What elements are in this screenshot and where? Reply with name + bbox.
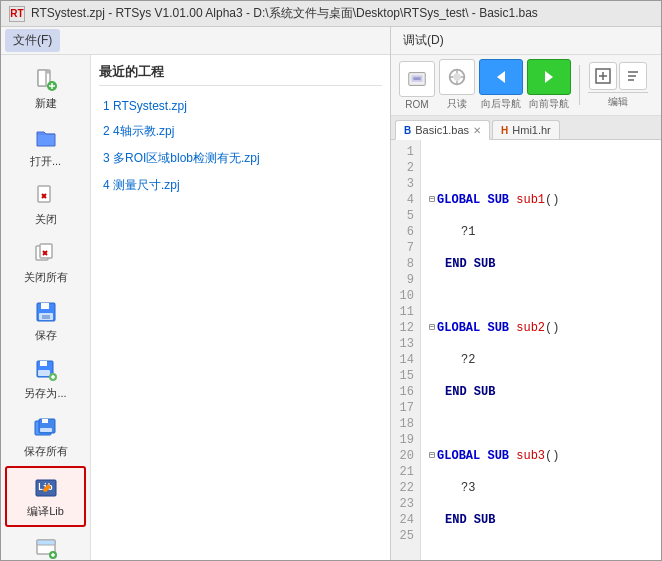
close-all-icon [32,240,60,268]
sidebar-closeall-label: 关闭所有 [24,270,68,285]
tab-basic1[interactable]: B Basic1.bas ✕ [395,120,490,140]
tab-hmi1[interactable]: H Hmi1.hr [492,120,560,139]
left-menu-bar: 文件(F) [1,27,390,55]
sidebar-saveas-label: 另存为... [24,386,66,401]
sidebar-save-label: 保存 [35,328,57,343]
sidebar-editlib-label: 编译Lib [27,504,64,519]
svg-rect-12 [38,370,50,376]
code-line-3: ?1 [429,224,653,240]
recent-panel: 最近的工程 1 RTSystest.zpj 2 4轴示教.zpj 3 多ROI区… [91,55,390,560]
tab-hmi1-icon: H [501,125,508,136]
toolbar-separator [579,65,580,105]
new-file-icon [32,66,60,94]
sidebar-new-label: 新建 [35,96,57,111]
edit-group-label: 编辑 [588,92,648,109]
sidebar-open-label: 打开... [30,154,61,169]
code-line-9 [429,416,653,432]
save-as-icon [32,356,60,384]
sidebar-saveall-label: 保存所有 [24,444,68,459]
debug-menu[interactable]: 调试(D) [395,29,452,52]
recent-item-3[interactable]: 3 多ROI区域blob检测有无.zpj [99,145,382,172]
rom-label: ROM [405,99,428,110]
line-numbers: 1 2 3 4 5 6 7 8 9 10 11 12 13 14 15 16 1 [391,140,421,560]
tab-basic1-close[interactable]: ✕ [473,125,481,136]
dropdown-overlay: 新建 打开... [1,55,390,560]
code-line-6: ⊟GLOBAL SUB sub2() [429,320,653,336]
recent-item-1[interactable]: 1 RTSystest.zpj [99,94,382,118]
svg-rect-1 [38,70,46,86]
sidebar-close-label: 关闭 [35,212,57,227]
svg-marker-32 [497,71,505,83]
main-area: 文件(F) [1,27,661,560]
tab-basic1-icon: B [404,125,411,136]
code-line-7: ?2 [429,352,653,368]
recent-item-4[interactable]: 4 测量尺寸.zpj [99,172,382,199]
svg-rect-9 [42,315,50,319]
code-editor[interactable]: 1 2 3 4 5 6 7 8 9 10 11 12 13 14 15 16 1 [391,140,661,560]
save-all-icon [32,414,60,442]
svg-rect-7 [41,303,49,309]
svg-marker-33 [545,71,553,83]
svg-rect-21 [37,540,55,545]
code-line-11: ?3 [429,480,653,496]
tab-hmi1-label: Hmi1.hr [512,124,551,136]
code-line-13 [429,544,653,560]
sidebar-item-closeall[interactable]: 关闭所有 [5,234,86,291]
tab-basic1-label: Basic1.bas [415,124,469,136]
svg-point-31 [453,73,460,80]
code-line-12: END SUB [429,512,653,528]
right-panel: 调试(D) ROM [391,27,661,560]
sidebar-item-new[interactable]: 新建 [5,60,86,117]
left-panel: 文件(F) [1,27,391,560]
window-title: RTSystest.zpj - RTSys V1.01.00 Alpha3 - … [31,5,538,22]
code-line-5 [429,288,653,304]
sidebar-item-close[interactable]: 关闭 [5,176,86,233]
tab-bar: B Basic1.bas ✕ H Hmi1.hr [391,116,661,140]
edit-lib-icon: Lib [32,474,60,502]
sidebar-item-editlib[interactable]: Lib 编译Lib [5,466,86,527]
app-icon: RT [9,6,25,22]
code-content[interactable]: ⊟GLOBAL SUB sub1() ?1 END SUB ⊟GLOBAL SU… [421,140,661,560]
sidebar-item-saveall[interactable]: 保存所有 [5,408,86,465]
close-file-icon [32,182,60,210]
file-menu[interactable]: 文件(F) [5,29,60,52]
rom-button[interactable] [399,61,435,97]
svg-rect-11 [40,361,47,366]
code-line-8: END SUB [429,384,653,400]
svg-rect-17 [40,428,52,432]
svg-rect-29 [413,77,420,80]
code-line-2: ⊟GLOBAL SUB sub1() [429,192,653,208]
toolbar-btn-1[interactable] [589,62,617,90]
main-window: RT RTSystest.zpj - RTSys V1.01.00 Alpha3… [0,0,662,561]
svg-rect-16 [42,419,48,423]
sidebar-item-saveas[interactable]: 另存为... [5,350,86,407]
toolbar: ROM 只读 [391,55,661,116]
new-project-icon [32,534,60,560]
back-nav-button[interactable] [479,59,523,95]
forward-nav-label: 向前导航 [529,97,569,111]
readonly-button[interactable] [439,59,475,95]
sidebar-item-newproject[interactable]: 新建工程 [5,528,86,560]
title-bar: RT RTSystest.zpj - RTSys V1.01.00 Alpha3… [1,1,661,27]
right-menu-bar: 调试(D) [391,27,661,55]
toolbar-btn-2[interactable] [619,62,647,90]
svg-rect-3 [38,186,50,202]
open-file-icon [32,124,60,152]
code-line-1 [429,160,653,176]
recent-title: 最近的工程 [99,63,382,86]
forward-nav-button[interactable] [527,59,571,95]
back-nav-label: 向后导航 [481,97,521,111]
code-line-4: END SUB [429,256,653,272]
readonly-label: 只读 [447,97,467,111]
sidebar-item-save[interactable]: 保存 [5,292,86,349]
sidebar-menu: 新建 打开... [1,55,91,560]
sidebar-item-open[interactable]: 打开... [5,118,86,175]
code-line-10: ⊟GLOBAL SUB sub3() [429,448,653,464]
recent-item-2[interactable]: 2 4轴示教.zpj [99,118,382,145]
save-icon [32,298,60,326]
